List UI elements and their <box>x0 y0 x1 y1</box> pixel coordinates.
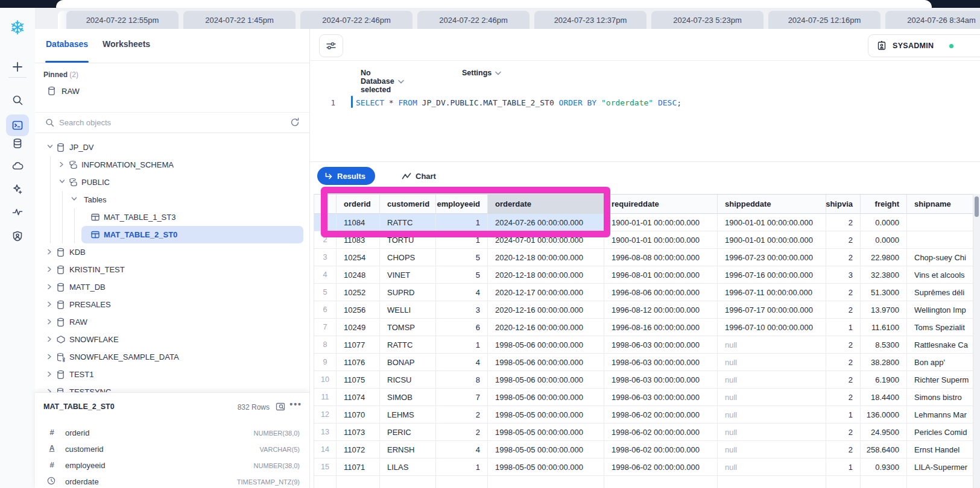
plus-icon[interactable] <box>0 61 35 73</box>
cell-shipvia[interactable]: 2 <box>826 301 861 319</box>
cell-customerid[interactable]: SUPRD <box>380 284 436 301</box>
search-icon[interactable] <box>0 94 35 106</box>
cell-freight[interactable]: 136.0000 <box>861 406 907 424</box>
cell-shipname[interactable]: Richter Superm <box>907 371 973 389</box>
cell-employeeid[interactable]: 2 <box>436 406 488 424</box>
cell-shipvia[interactable]: 1 <box>826 406 861 424</box>
cell-shippeddate[interactable]: null <box>718 354 826 371</box>
cell-customerid[interactable]: LEHMS <box>380 406 436 424</box>
tree-item-presales[interactable]: PRESALES <box>35 296 309 313</box>
window-tab[interactable]: 2024-07-23 12:37pm <box>534 11 646 29</box>
cell-orderid[interactable]: 11077 <box>337 336 380 354</box>
tree-item-snowflake_sample_data[interactable]: SNOWFLAKE_SAMPLE_DATA <box>35 348 309 366</box>
cell-requireddate[interactable]: 1998-06-03 00:00:00.000 <box>604 371 718 389</box>
tree-item-kristin_test[interactable]: KRISTIN_TEST <box>35 261 309 278</box>
column-header-shipname[interactable]: shipname <box>907 194 973 214</box>
cell-orderid[interactable]: 11073 <box>337 424 380 441</box>
cell-shipvia[interactable]: 2 <box>826 389 861 406</box>
chevron-down-icon[interactable] <box>59 179 65 184</box>
cell-shipvia[interactable]: 2 <box>826 424 861 441</box>
cell-shipname[interactable]: Lehmanns Mar <box>907 406 973 424</box>
column-header-requireddate[interactable]: requireddate <box>604 194 718 214</box>
window-tab[interactable]: 2024-07-22 2:46pm <box>300 11 413 29</box>
cell-shippeddate[interactable]: null <box>718 424 826 441</box>
worksheet-filters-button[interactable] <box>319 34 343 57</box>
row-number-cell[interactable]: 1 <box>314 214 337 231</box>
cell-customerid[interactable]: BONAP <box>380 354 436 371</box>
row-number-cell[interactable]: 11 <box>314 389 337 406</box>
row-number-cell[interactable]: 8 <box>314 336 337 354</box>
cell-orderdate[interactable]: 1998-05-05 00:00:00.000 <box>488 424 604 441</box>
cell-orderid[interactable]: 11075 <box>337 371 380 389</box>
cell-employeeid[interactable]: 4 <box>436 441 488 458</box>
column-header-orderdate[interactable]: orderdate <box>488 194 604 214</box>
cell-shipname[interactable]: Pericles Comid <box>907 424 973 441</box>
worksheets-console-icon[interactable] <box>0 119 35 131</box>
more-options-icon[interactable]: ••• <box>289 399 302 409</box>
cell-orderid[interactable]: 11072 <box>337 441 380 458</box>
table-row[interactable]: 211083TORTU12024-07-01 00:00:00.0001900-… <box>314 231 973 249</box>
cell-orderdate[interactable]: 2020-12-18 00:00:00.000 <box>488 266 604 284</box>
column-header-shippeddate[interactable]: shippeddate <box>718 194 826 214</box>
tree-item-matt_db[interactable]: MATT_DB <box>35 278 309 296</box>
row-number-cell[interactable]: 10 <box>314 371 337 389</box>
cell-shippeddate[interactable]: null <box>718 406 826 424</box>
cell-requireddate[interactable]: 1998-06-03 00:00:00.000 <box>604 354 718 371</box>
cell-orderid[interactable]: 11070 <box>337 406 380 424</box>
cell-requireddate[interactable]: 1998-06-03 00:00:00.000 <box>604 389 718 406</box>
cell-customerid[interactable]: SIMOB <box>380 389 436 406</box>
table-row[interactable]: 1311073PERIC21998-05-05 00:00:00.0001998… <box>314 424 973 441</box>
tab-worksheets[interactable]: Worksheets <box>103 39 150 49</box>
cell-shipvia[interactable]: 2 <box>826 354 861 371</box>
cell-freight[interactable]: 0.0000 <box>861 231 907 249</box>
scrollbar-thumb[interactable] <box>975 196 979 217</box>
cell-freight[interactable]: 32.3800 <box>861 266 907 284</box>
cell-orderid[interactable]: 11084 <box>337 214 380 231</box>
cell-shippeddate[interactable]: 1996-07-10 00:00:00.000 <box>718 319 826 336</box>
cell-shipname[interactable]: Bon app' <box>907 354 973 371</box>
chevron-down-icon[interactable] <box>47 144 53 149</box>
row-number-cell[interactable]: 3 <box>314 249 337 266</box>
cell-shippeddate[interactable]: 1996-07-17 00:00:00.000 <box>718 301 826 319</box>
cell-freight[interactable]: 258.6400 <box>861 441 907 458</box>
cell-requireddate[interactable]: 1996-08-16 00:00:00.000 <box>604 319 718 336</box>
cell-shipvia[interactable]: 2 <box>826 441 861 458</box>
cell-requireddate[interactable]: 1998-06-02 00:00:00.000 <box>604 458 718 476</box>
cell-shippeddate[interactable]: 1996-07-23 00:00:00.000 <box>718 249 826 266</box>
cell-employeeid[interactable]: 4 <box>436 284 488 301</box>
cell-requireddate[interactable]: 1998-06-03 00:00:00.000 <box>604 336 718 354</box>
activity-pulse-icon[interactable] <box>0 206 35 218</box>
column-header-customerid[interactable]: customerid <box>380 194 436 214</box>
cell-requireddate[interactable]: 1998-06-02 00:00:00.000 <box>604 406 718 424</box>
cell-orderdate[interactable]: 2020-12-18 00:00:00.000 <box>488 249 604 266</box>
data-database-icon[interactable] <box>0 137 35 149</box>
search-objects-row[interactable]: Search objects <box>35 112 309 133</box>
row-number-cell[interactable]: 14 <box>314 441 337 458</box>
cell-employeeid[interactable]: 1 <box>436 336 488 354</box>
row-number-cell[interactable]: 4 <box>314 266 337 284</box>
tree-item-kdb[interactable]: KDB <box>35 243 309 261</box>
cell-shipvia[interactable]: 2 <box>826 231 861 249</box>
table-row[interactable]: 911076BONAP41998-05-06 00:00:00.0001998-… <box>314 354 973 371</box>
cell-employeeid[interactable]: 4 <box>436 354 488 371</box>
chevron-right-icon[interactable] <box>47 319 52 325</box>
cell-shippeddate[interactable]: null <box>718 441 826 458</box>
table-row[interactable]: 811077RATTC11998-05-06 00:00:00.0001998-… <box>314 336 973 354</box>
cell-shippeddate[interactable]: null <box>718 371 826 389</box>
cell-orderdate[interactable]: 2020-12-16 00:00:00.000 <box>488 319 604 336</box>
cell-employeeid[interactable]: 3 <box>436 301 488 319</box>
account-role-button[interactable]: SYSADMIN <box>868 34 980 57</box>
cell-customerid[interactable]: LILAS <box>380 458 436 476</box>
cloud-icon[interactable] <box>0 160 35 172</box>
cell-orderid[interactable]: 10248 <box>337 266 380 284</box>
cell-customerid[interactable]: TORTU <box>380 231 436 249</box>
pinned-item-raw[interactable]: RAW <box>47 86 80 96</box>
cell-employeeid[interactable]: 6 <box>436 319 488 336</box>
row-number-cell[interactable]: 12 <box>314 406 337 424</box>
cell-employeeid[interactable]: 2 <box>436 424 488 441</box>
table-row[interactable]: 1111074SIMOB71998-05-06 00:00:00.0001998… <box>314 389 973 406</box>
cell-requireddate[interactable]: 1996-08-06 00:00:00.000 <box>604 284 718 301</box>
chevron-right-icon[interactable] <box>59 161 64 167</box>
cell-shipname[interactable]: Ernst Handel <box>907 441 973 458</box>
cell-freight[interactable]: 11.6100 <box>861 319 907 336</box>
